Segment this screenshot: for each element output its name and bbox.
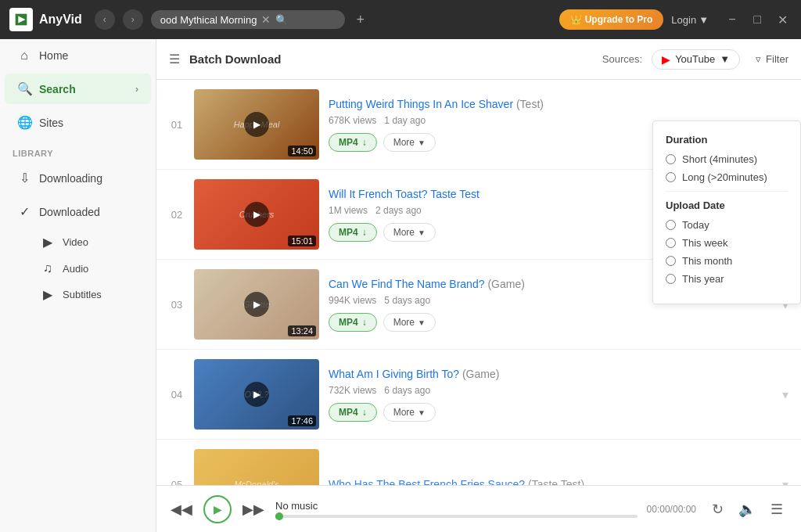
progress-dot [275,512,283,520]
more-button-3[interactable]: More ▼ [383,313,436,332]
mp4-button-2[interactable]: MP4 ↓ [329,223,377,242]
content-topbar: ☰ Batch Download Sources: ▶ YouTube ▼ ▿ … [156,39,801,80]
sidebar-item-audio[interactable]: ♫ Audio [33,256,151,281]
filter-long[interactable]: Long (>20minutes) [666,171,788,183]
filter-this-month-radio[interactable] [666,256,676,266]
chevron-down-icon: ▼ [418,138,426,147]
close-tab-button[interactable]: ✕ [261,13,271,26]
item-number: 04 [169,389,185,401]
upgrade-button[interactable]: 👑 Upgrade to Pro [559,9,664,30]
previous-button[interactable]: ◀◀ [169,497,194,522]
sidebar-item-sites[interactable]: 🌐 Sites [5,107,151,138]
duration-badge: 15:01 [288,235,316,246]
video-info-4: What Am I Giving Birth To? (Game) 732K v… [329,367,773,422]
chevron-down-icon: ▼ [418,408,426,417]
sidebar-item-video[interactable]: ▶ Video [33,229,151,255]
crown-icon: 👑 [570,14,582,25]
main-layout: ⌂ Home 🔍 Search › 🌐 Sites Library ⇩ Down… [0,39,801,532]
batch-icon: ☰ [169,52,180,66]
url-search-bar: ood Mythical Morning ✕ 🔍 [151,10,346,29]
thumbnail-4[interactable]: OWL? ▶ 17:46 [194,359,319,430]
repeat-button[interactable]: ↻ [706,498,729,521]
search-icon-button[interactable]: 🔍 [275,14,288,26]
progress-bar[interactable] [275,515,638,518]
video-actions-4: MP4 ↓ More ▼ [329,403,773,422]
forward-button[interactable]: › [123,9,143,30]
thumbnail-1[interactable]: Happy Meal ▶ 14:50 [194,89,319,160]
play-overlay: ▶ [244,112,269,137]
player-progress [275,515,638,518]
sidebar-item-downloading[interactable]: ⇩ Downloading [5,163,151,193]
video-actions-3: MP4 ↓ More ▼ [329,313,773,332]
more-button-2[interactable]: More ▼ [383,223,436,242]
filter-short-radio[interactable] [666,154,676,164]
duration-badge: 13:24 [288,325,316,336]
chevron-down-icon: ▼ [418,318,426,327]
format-label: MP4 [339,317,358,328]
add-tab-button[interactable]: + [353,12,368,28]
item-number: 01 [169,119,185,131]
thumbnail-5[interactable]: McDonald's [194,449,319,485]
sidebar-item-subtitles[interactable]: ▶ Subtitles [33,282,151,307]
thumbnail-2[interactable]: Crushers ▶ 15:01 [194,179,319,250]
filter-today[interactable]: Today [666,219,788,231]
sources-label: Sources: [602,53,642,65]
search-icon: 🔍 [17,81,31,96]
filter-button[interactable]: ▿ Filter [756,53,788,65]
filter-this-year[interactable]: This year [666,273,788,285]
download-icon: ↓ [362,137,367,148]
video-icon: ▶ [41,235,55,250]
filter-today-radio[interactable] [666,220,676,230]
more-button-1[interactable]: More ▼ [383,133,436,152]
next-button[interactable]: ▶▶ [241,497,266,522]
item-number: 05 [169,479,185,486]
filter-this-year-radio[interactable] [666,274,676,284]
filter-this-month[interactable]: This month [666,255,788,267]
thumbnail-3[interactable]: Gillette ▶ 13:24 [194,269,319,340]
video-info-5: Who Has The Best French Fries Sauce? (Ta… [329,477,773,485]
format-label: MP4 [339,227,358,238]
more-button-4[interactable]: More ▼ [383,403,436,422]
filter-divider [666,191,788,192]
app-name: AnyVid [39,13,82,27]
sources-dropdown[interactable]: ▶ YouTube ▼ [652,49,740,70]
volume-button[interactable]: 🔈 [735,498,759,521]
video-title-5[interactable]: Who Has The Best French Fries Sauce? (Ta… [329,477,773,485]
item-number: 03 [169,299,185,311]
batch-download-title: Batch Download [189,52,282,66]
filter-long-radio[interactable] [666,172,676,182]
check-icon: ✓ [17,204,31,219]
back-button[interactable]: ‹ [95,9,115,30]
player-info: No music [275,500,638,518]
item-number: 02 [169,209,185,221]
login-button[interactable]: Login ▼ [671,14,709,26]
subtitles-icon: ▶ [41,287,55,302]
filter-short[interactable]: Short (4minutes) [666,153,788,165]
filter-this-week[interactable]: This week [666,237,788,249]
video-item: 05 McDonald's Who Has The Best French Fr… [156,440,801,485]
youtube-icon: ▶ [662,53,670,66]
play-overlay: ▶ [244,202,269,227]
chevron-right-icon: › [135,84,138,95]
minimize-button[interactable]: − [723,10,742,29]
sidebar-item-home[interactable]: ⌂ Home [5,41,151,70]
video-tag: (Game) [462,368,499,380]
sidebar-item-downloaded[interactable]: ✓ Downloaded [5,196,151,227]
maximize-button[interactable]: □ [748,10,767,29]
playlist-button[interactable]: ☰ [765,498,788,521]
chevron-down-icon: ▼ [720,53,730,65]
library-sub: ▶ Video ♫ Audio ▶ Subtitles [0,228,156,308]
player-right-buttons: ↻ 🔈 ☰ [706,498,788,521]
mp4-button-3[interactable]: MP4 ↓ [329,313,377,332]
title-bar: AnyVid ‹ › ood Mythical Morning ✕ 🔍 + 👑 … [0,0,801,39]
mp4-button-4[interactable]: MP4 ↓ [329,403,377,422]
play-button[interactable]: ▶ [203,495,232,523]
close-button[interactable]: ✕ [773,10,792,29]
video-title-1[interactable]: Putting Weird Things In An Ice Shaver (T… [329,97,779,111]
video-item: 04 OWL? ▶ 17:46 What Am I Giving Birth T… [156,350,801,440]
filter-this-week-radio[interactable] [666,238,676,248]
video-title-4[interactable]: What Am I Giving Birth To? (Game) [329,367,773,381]
mp4-button-1[interactable]: MP4 ↓ [329,133,377,152]
video-meta-4: 732K views 6 days ago [329,385,773,396]
sidebar-item-search[interactable]: 🔍 Search › [5,74,151,104]
